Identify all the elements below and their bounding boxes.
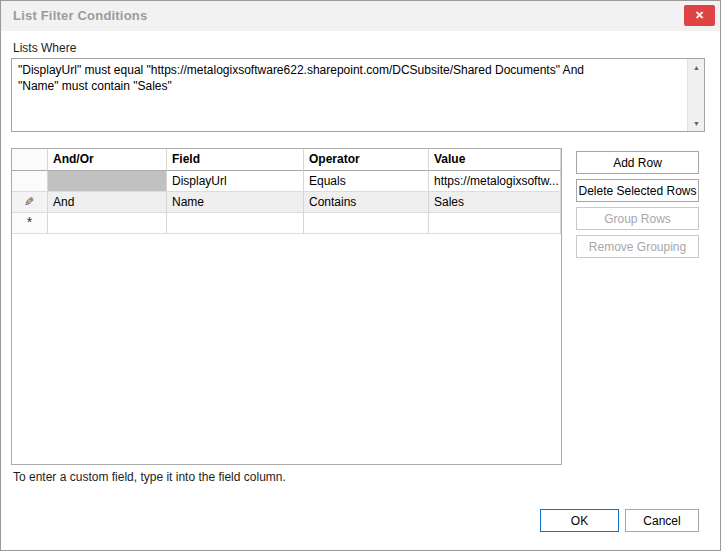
table-row[interactable]: DisplayUrl Equals https://metalogixsoftw… [12,171,561,192]
dialog-title: List Filter Conditions [13,8,147,23]
table-row[interactable]: * [12,213,561,234]
edit-pencil-icon: ✎ [24,192,34,212]
andor-cell[interactable]: And [48,192,167,213]
operator-cell[interactable] [304,213,429,234]
value-cell[interactable]: Sales [429,192,561,213]
lists-where-label: Lists Where [13,41,76,55]
row-selector-cell[interactable]: ✎ [12,192,48,213]
grid-header-selector [12,149,48,171]
andor-cell[interactable] [48,171,167,192]
ok-button[interactable]: OK [540,509,619,532]
value-cell[interactable] [429,213,561,234]
row-selector-cell[interactable]: * [12,213,48,234]
new-row-asterisk-icon: * [27,214,32,230]
delete-selected-rows-button[interactable]: Delete Selected Rows [576,179,699,202]
andor-cell[interactable] [48,213,167,234]
operator-cell[interactable]: Equals [304,171,429,192]
condition-line-1: "DisplayUrl" must equal "https://metalog… [18,62,680,78]
condition-summary-box: "DisplayUrl" must equal "https://metalog… [11,58,705,132]
row-selector-cell[interactable] [12,171,48,192]
footer-note: To enter a custom field, type it into th… [13,470,286,484]
condition-scrollbar[interactable]: ▲ ▼ [687,59,704,131]
scroll-down-icon[interactable]: ▼ [688,115,705,131]
grid-header-andor: And/Or [48,149,167,171]
value-cell[interactable]: https://metalogixsoftw... [429,171,561,192]
table-row[interactable]: ✎ And Name Contains Sales [12,192,561,213]
grid-header-field: Field [167,149,304,171]
grid-header-value: Value [429,149,561,171]
close-button[interactable]: ✕ [684,5,715,26]
remove-grouping-button[interactable]: Remove Grouping [576,235,699,258]
operator-cell[interactable]: Contains [304,192,429,213]
field-cell[interactable]: DisplayUrl [167,171,304,192]
add-row-button[interactable]: Add Row [576,151,699,174]
close-icon: ✕ [695,9,704,22]
field-cell[interactable] [167,213,304,234]
grid-header-operator: Operator [304,149,429,171]
field-cell[interactable]: Name [167,192,304,213]
scroll-up-icon[interactable]: ▲ [688,59,705,75]
title-bar: List Filter Conditions ✕ [1,1,720,31]
cancel-button[interactable]: Cancel [625,509,699,532]
condition-summary-text: "DisplayUrl" must equal "https://metalog… [12,59,686,131]
list-filter-conditions-dialog: List Filter Conditions ✕ Lists Where "Di… [0,0,721,551]
group-rows-button[interactable]: Group Rows [576,207,699,230]
condition-line-2: "Name" must contain "Sales" [18,78,680,94]
grid-header-row: And/Or Field Operator Value [12,149,561,171]
filter-conditions-grid: And/Or Field Operator Value DisplayUrl E… [11,148,562,465]
